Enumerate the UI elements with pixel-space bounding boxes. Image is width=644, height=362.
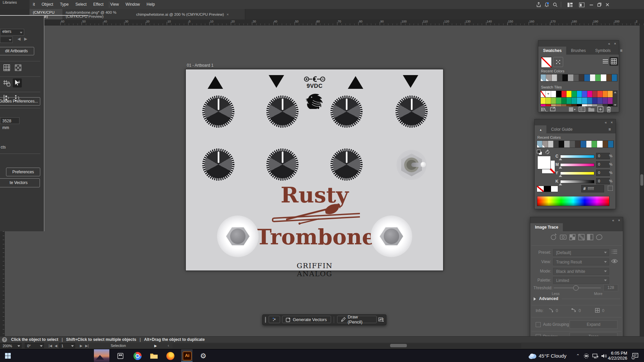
recent-color-swatch[interactable] bbox=[584, 74, 590, 81]
power-voltage-label[interactable]: 9VDC bbox=[304, 83, 325, 89]
tab-image-trace[interactable]: Image Trace bbox=[530, 223, 563, 231]
swatch-tile[interactable] bbox=[582, 91, 587, 97]
pedal-triangle-up-2[interactable] bbox=[348, 76, 363, 89]
advanced-label[interactable]: Advanced bbox=[539, 296, 558, 301]
start-button[interactable] bbox=[3, 349, 13, 362]
close-button[interactable] bbox=[604, 1, 611, 8]
swatch-tile[interactable] bbox=[587, 104, 592, 106]
swatch-tile[interactable] bbox=[546, 98, 551, 104]
swatch-tile[interactable] bbox=[603, 98, 608, 104]
new-swatch-icon[interactable] bbox=[597, 106, 603, 112]
recent-color-swatch[interactable] bbox=[562, 74, 568, 81]
minimize-button[interactable] bbox=[588, 1, 595, 8]
knob-6[interactable] bbox=[266, 148, 299, 181]
snap-to-grid-icon[interactable] bbox=[3, 79, 11, 88]
swatch-tile[interactable] bbox=[572, 98, 577, 104]
swatch-tile[interactable] bbox=[587, 98, 592, 104]
channel-slider-m[interactable] bbox=[560, 163, 594, 167]
tab-swatches[interactable]: Swatches bbox=[538, 47, 566, 55]
rotation-dropdown[interactable]: 0° bbox=[25, 343, 44, 348]
task-view-button[interactable] bbox=[115, 349, 125, 362]
swatch-themes-icon[interactable] bbox=[550, 106, 556, 112]
menu-item-effect[interactable]: Effect bbox=[90, 0, 107, 9]
generate-vectors-button[interactable]: Generate Vectors bbox=[282, 316, 331, 323]
panel-menu-icon[interactable]: ≡ bbox=[604, 125, 615, 133]
horizontal-scrollbar-thumb[interactable] bbox=[390, 344, 407, 347]
artboard-number-dropdown[interactable]: 1 bbox=[59, 343, 75, 348]
toggle-switch[interactable] bbox=[396, 150, 427, 180]
threshold-value[interactable]: 128 bbox=[603, 284, 618, 291]
swatch-tile[interactable] bbox=[572, 104, 577, 106]
drag-handle[interactable] bbox=[265, 317, 266, 323]
footswitch-right[interactable] bbox=[371, 216, 412, 257]
prev-artboard-icon[interactable]: ◀ bbox=[55, 343, 57, 349]
fill-none-proxy[interactable] bbox=[541, 57, 552, 68]
channel-value-y[interactable]: 0 bbox=[596, 170, 610, 176]
show-grid-icon[interactable] bbox=[3, 64, 11, 73]
view-eye-icon[interactable] bbox=[611, 259, 618, 263]
recent-color-swatch[interactable] bbox=[546, 74, 551, 81]
recent-color-swatch[interactable] bbox=[574, 74, 579, 81]
swatch-tile[interactable] bbox=[567, 104, 572, 106]
edit-artboards-button[interactable]: dit Artboards bbox=[0, 47, 34, 55]
dimension-field[interactable]: 3528 mm bbox=[0, 117, 19, 124]
swatch-tile[interactable] bbox=[592, 98, 597, 104]
pedal-title-trombone[interactable]: Trombone bbox=[256, 225, 373, 249]
recent-color-swatch[interactable] bbox=[606, 74, 612, 81]
restore-button[interactable] bbox=[596, 1, 603, 8]
swatch-tile[interactable] bbox=[556, 98, 561, 104]
recent-color-swatch[interactable] bbox=[586, 141, 592, 147]
swatch-tile[interactable] bbox=[551, 91, 556, 97]
menu-item-select[interactable]: Select bbox=[72, 0, 90, 9]
swatch-tile[interactable] bbox=[587, 91, 592, 97]
recent-color-swatch[interactable] bbox=[552, 74, 557, 81]
swatch-tile[interactable] bbox=[561, 104, 567, 106]
list-view-icon[interactable] bbox=[601, 58, 609, 66]
new-swatch-dashed-icon[interactable] bbox=[608, 186, 613, 191]
taskbar-clock[interactable]: 6:05 PM 4/22/2026 bbox=[606, 351, 627, 361]
swatch-tile[interactable] bbox=[561, 98, 567, 104]
trombone-illustration[interactable] bbox=[269, 203, 363, 227]
white-swatch[interactable] bbox=[551, 186, 558, 192]
close-tab-icon[interactable]: × bbox=[227, 12, 229, 16]
units-dropdown[interactable]: eters bbox=[0, 29, 24, 36]
slider-thumb[interactable] bbox=[559, 175, 562, 177]
swatch-tile[interactable] bbox=[567, 98, 572, 104]
transparency-grid-icon[interactable] bbox=[14, 64, 22, 73]
collapse-panel-icon[interactable]: « bbox=[612, 218, 614, 223]
arrange-documents-icon[interactable] bbox=[578, 1, 585, 8]
swatch-tile[interactable] bbox=[608, 98, 613, 104]
close-panel-icon[interactable]: × bbox=[611, 120, 613, 125]
pedal-triangle-up-1[interactable] bbox=[208, 76, 223, 89]
trace-field-dropdown-view[interactable]: Tracing Result bbox=[553, 258, 609, 265]
grid-view-icon[interactable] bbox=[609, 57, 618, 66]
weather-cloud-icon[interactable] bbox=[527, 349, 538, 362]
knob-3[interactable] bbox=[330, 96, 363, 128]
swatch-tile[interactable] bbox=[567, 91, 572, 97]
swatch-tile[interactable] bbox=[541, 91, 546, 97]
pedal-triangle-down-1[interactable] bbox=[269, 75, 284, 88]
delete-swatch-icon[interactable] bbox=[606, 106, 611, 112]
hscroll-left-arrow[interactable]: ‹ bbox=[168, 343, 169, 349]
recent-color-swatch[interactable] bbox=[559, 141, 564, 147]
fill-proxy-white[interactable] bbox=[537, 156, 551, 169]
auto-grouping-checkbox[interactable] bbox=[536, 322, 541, 327]
guides-preferences-button[interactable]: Guides Preferences... bbox=[0, 97, 40, 106]
network-icon[interactable] bbox=[591, 349, 600, 362]
swatch-tile[interactable] bbox=[577, 98, 582, 104]
swatch-options-icon[interactable] bbox=[579, 106, 585, 112]
swatch-tile[interactable] bbox=[592, 91, 597, 97]
snap-to-point-toggle[interactable] bbox=[13, 78, 22, 87]
artboard-label[interactable]: 01 - Artboard 1 bbox=[187, 63, 213, 68]
tab-color[interactable]: ▲ bbox=[535, 125, 546, 133]
slider-thumb[interactable] bbox=[559, 166, 562, 169]
meet-now-icon[interactable] bbox=[582, 349, 590, 362]
recent-color-swatch[interactable] bbox=[542, 141, 548, 147]
swatch-tile[interactable] bbox=[551, 98, 556, 104]
generate-vectors-clipped-button[interactable]: te Vectors bbox=[0, 178, 40, 187]
tab-brushes[interactable]: Brushes bbox=[566, 47, 590, 55]
file-explorer-icon[interactable] bbox=[149, 349, 159, 362]
tab-color-guide[interactable]: Color Guide bbox=[546, 125, 577, 133]
knob-1[interactable] bbox=[202, 96, 234, 128]
recent-color-swatch[interactable] bbox=[595, 74, 601, 81]
